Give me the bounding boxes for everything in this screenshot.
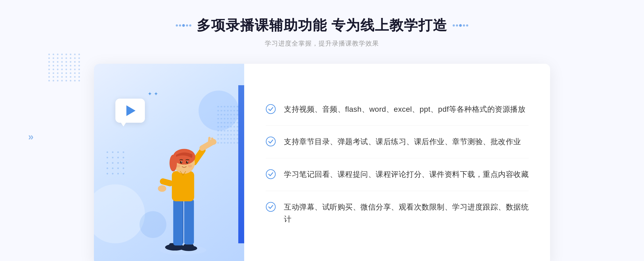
svg-point-50	[112, 167, 114, 169]
svg-point-31	[186, 161, 188, 164]
svg-point-35	[176, 165, 181, 167]
check-circle-icon-1	[266, 104, 276, 114]
title-decoration-left	[176, 24, 191, 27]
character-illustration	[148, 115, 218, 261]
svg-rect-16	[184, 199, 194, 245]
svg-point-53	[107, 173, 108, 174]
svg-rect-15	[173, 199, 183, 245]
svg-point-49	[107, 167, 108, 169]
header-title-wrapper: 多项录播课辅助功能 专为线上教学打造	[176, 16, 468, 35]
play-icon	[126, 105, 136, 116]
svg-point-39	[117, 151, 119, 153]
page-title: 多项录播课辅助功能 专为线上教学打造	[197, 16, 447, 35]
check-circle-icon-2	[266, 136, 276, 147]
svg-point-45	[107, 162, 108, 164]
feature-item-4: 互动弹幕、试听购买、微信分享、观看次数限制、学习进度跟踪、数据统计	[266, 191, 529, 236]
page-subtitle: 学习进度全掌握，提升录播课教学效果	[176, 39, 468, 48]
svg-point-32	[181, 161, 182, 162]
svg-point-38	[112, 151, 114, 153]
check-circle-icon-3	[266, 169, 276, 179]
main-content-card: ✦ ✦	[94, 64, 550, 261]
dots-decoration-left	[48, 54, 80, 107]
svg-point-43	[117, 157, 119, 158]
page-wrapper: » 多项录播课辅助功能 专为线上教学打造 学习进度全掌握，提升录播课教学效果	[0, 0, 644, 261]
feature-text-4: 互动弹幕、试听购买、微信分享、观看次数限制、学习进度跟踪、数据统计	[284, 201, 529, 225]
feature-item-3: 学习笔记回看、课程提问、课程评论打分、课件资料下载，重点内容收藏	[266, 158, 529, 191]
blue-accent-bar	[238, 85, 244, 243]
svg-rect-14	[184, 244, 194, 249]
svg-point-33	[187, 161, 188, 162]
feature-text-3: 学习笔记回看、课程提问、课程评论打分、课件资料下载，重点内容收藏	[284, 169, 529, 181]
play-bubble	[115, 99, 145, 123]
svg-point-52	[123, 167, 124, 169]
header-section: 多项录播课辅助功能 专为线上教学打造 学习进度全掌握，提升录播课教学效果	[176, 16, 468, 48]
svg-point-44	[123, 157, 124, 158]
svg-point-36	[188, 165, 192, 167]
svg-point-58	[266, 137, 275, 146]
svg-point-42	[112, 157, 114, 158]
check-circle-icon-4	[266, 202, 276, 212]
features-panel: 支持视频、音频、flash、word、excel、ppt、pdf等各种格式的资源…	[244, 64, 550, 261]
title-decoration-right	[453, 24, 468, 27]
svg-point-51	[117, 167, 119, 169]
chevron-decoration: »	[28, 131, 34, 143]
svg-point-20	[158, 185, 166, 192]
stripes-decoration	[217, 104, 239, 147]
svg-point-60	[266, 202, 275, 211]
feature-item-2: 支持章节目录、弹题考试、课后练习、课后作业、章节测验、批改作业	[266, 126, 529, 158]
dot-pattern-overlay	[105, 150, 137, 183]
svg-point-55	[117, 173, 119, 174]
svg-point-40	[123, 151, 124, 153]
svg-point-57	[266, 104, 275, 113]
sparkle-decoration: ✦ ✦	[148, 91, 158, 97]
svg-point-29	[170, 155, 177, 171]
svg-point-37	[107, 151, 108, 153]
svg-point-34	[184, 164, 185, 165]
svg-point-46	[112, 162, 114, 164]
illustration-panel: ✦ ✦	[94, 64, 244, 261]
svg-point-48	[123, 162, 124, 164]
feature-text-1: 支持视频、音频、flash、word、excel、ppt、pdf等各种格式的资源…	[284, 103, 525, 115]
svg-point-59	[266, 170, 275, 179]
svg-point-30	[180, 161, 182, 164]
svg-point-54	[112, 173, 114, 174]
bg-circle-1	[94, 184, 145, 243]
svg-point-56	[123, 173, 124, 174]
feature-text-2: 支持章节目录、弹题考试、课后练习、课后作业、章节测验、批改作业	[284, 136, 521, 148]
feature-item-1: 支持视频、音频、flash、word、excel、ppt、pdf等各种格式的资源…	[266, 93, 529, 126]
svg-point-47	[117, 162, 119, 164]
svg-point-41	[107, 157, 108, 158]
